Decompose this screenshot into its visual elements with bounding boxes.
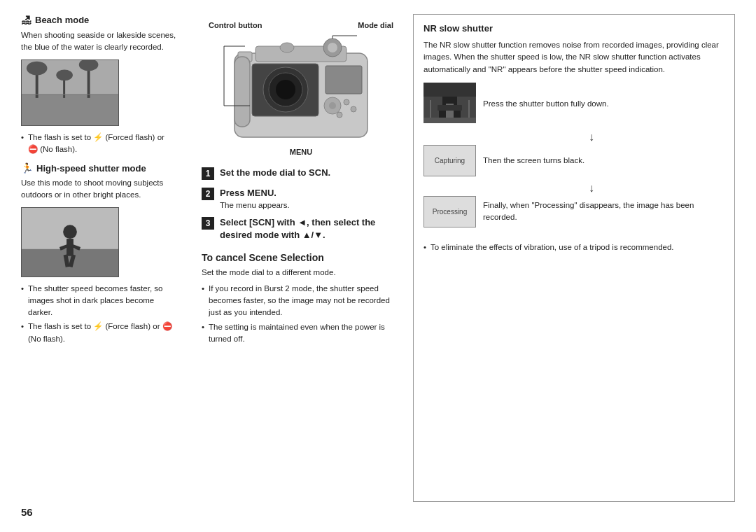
svg-point-12 xyxy=(63,225,77,239)
nr-screen-box-1: Capturing xyxy=(424,145,476,176)
label-mode-dial: Mode dial xyxy=(358,21,393,29)
step-2: 2 Press MENU. The menu appears. xyxy=(202,187,400,209)
right-column: NR slow shutter The NR slow shutter func… xyxy=(413,14,735,502)
action-image xyxy=(21,207,119,277)
page: 🏖 Beach mode When shooting seaside or la… xyxy=(0,0,756,532)
label-control-button: Control button xyxy=(209,21,262,29)
step-1-num: 1 xyxy=(202,167,214,180)
step-2-num: 2 xyxy=(202,188,214,200)
svg-point-27 xyxy=(344,99,349,105)
svg-rect-1 xyxy=(22,94,118,125)
svg-point-23 xyxy=(276,80,295,99)
cancel-title: To cancel Scene Selection xyxy=(202,252,400,263)
left-column: 🏖 Beach mode When shooting seaside or la… xyxy=(21,14,189,502)
nr-title: NR slow shutter xyxy=(424,23,724,34)
svg-point-5 xyxy=(56,69,73,80)
step-2-sub: The menu appears. xyxy=(220,201,290,209)
nr-step3-label: Finally, when "Processing" disappears, t… xyxy=(483,200,724,224)
nr-footer-notes: To eliminate the effects of vibration, u… xyxy=(424,241,724,253)
nr-step2-label: Then the screen turns black. xyxy=(483,155,584,167)
page-number: 56 xyxy=(21,502,735,518)
svg-point-31 xyxy=(328,43,337,52)
svg-rect-45 xyxy=(438,105,462,111)
svg-rect-34 xyxy=(234,57,250,127)
steps-section: 1 Set the mode dial to SCN. 2 Press MENU… xyxy=(202,167,400,242)
cancel-bullet1: If you record in Burst 2 mode, the shutt… xyxy=(202,283,400,319)
step-1-text: Set the mode dial to SCN. xyxy=(220,167,330,179)
beach-mode-section: 🏖 Beach mode xyxy=(21,14,176,26)
arrow-down-2: ↓ xyxy=(589,182,594,195)
cancel-desc: Set the mode dial to a different mode. xyxy=(202,267,400,279)
nr-step1-label: Press the shutter button fully down. xyxy=(483,98,609,110)
highspeed-icon: 🏃 xyxy=(21,162,33,174)
nr-screen-box-2: Processing xyxy=(424,196,476,227)
beach-mode-desc: When shooting seaside or lakeside scenes… xyxy=(21,29,176,54)
high-speed-note2: The flash is set to ⚡ (Force flash) or ⛔… xyxy=(21,321,176,345)
camera-diagram: Control button Mode dial xyxy=(202,21,400,156)
high-speed-desc: Use this mode to shoot moving subjects o… xyxy=(21,177,176,202)
nr-capturing-text: Capturing xyxy=(435,157,465,164)
nr-processing-text: Processing xyxy=(433,208,467,216)
beach-mode-title: Beach mode xyxy=(35,15,89,25)
beach-notes: The flash is set to ⚡ (Forced flash) or … xyxy=(21,132,176,156)
nr-row-1: Press the shutter button fully down. xyxy=(424,83,724,125)
svg-point-29 xyxy=(337,112,342,118)
step-1: 1 Set the mode dial to SCN. xyxy=(202,167,400,180)
high-speed-note1: The shutter speed becomes faster, so ima… xyxy=(21,283,176,319)
camera-svg xyxy=(217,32,385,144)
nr-photo-1 xyxy=(424,83,476,125)
step-3: 3 Select [SCN] with ◄, then select the d… xyxy=(202,216,400,241)
nr-footer-note: To eliminate the effects of vibration, u… xyxy=(424,241,724,253)
cancel-bullet2: The setting is maintained even when the … xyxy=(202,321,400,346)
svg-rect-46 xyxy=(424,83,476,97)
beach-image xyxy=(21,59,119,126)
content-area: 🏖 Beach mode When shooting seaside or la… xyxy=(21,14,735,502)
svg-point-28 xyxy=(351,106,356,112)
svg-point-32 xyxy=(280,43,294,52)
nr-row-2: Capturing Then the screen turns black. xyxy=(424,145,724,176)
svg-point-26 xyxy=(329,102,336,109)
high-speed-notes: The shutter speed becomes faster, so ima… xyxy=(21,283,176,345)
mid-column: Control button Mode dial xyxy=(189,14,413,502)
label-menu: MENU xyxy=(290,148,312,156)
high-speed-title: High-speed shutter mode xyxy=(36,163,146,174)
cancel-section: To cancel Scene Selection Set the mode d… xyxy=(202,252,400,346)
arrow-down-1: ↓ xyxy=(589,131,594,144)
svg-rect-47 xyxy=(424,118,476,123)
nr-row-3: Processing Finally, when "Processing" di… xyxy=(424,196,724,227)
nr-steps: Press the shutter button fully down. ↓ C… xyxy=(424,83,724,232)
high-speed-section: 🏃 High-speed shutter mode xyxy=(21,162,176,174)
beach-note: The flash is set to ⚡ (Forced flash) or … xyxy=(21,132,176,156)
step-2-text: Press MENU. xyxy=(220,187,290,200)
svg-point-3 xyxy=(27,61,48,75)
step-3-num: 3 xyxy=(202,217,214,230)
beach-icon: 🏖 xyxy=(21,14,31,26)
cancel-bullets: If you record in Burst 2 mode, the shutt… xyxy=(202,283,400,345)
step-3-text: Select [SCN] with ◄, then select the des… xyxy=(220,216,400,241)
nr-desc: The NR slow shutter function removes noi… xyxy=(424,39,724,76)
svg-rect-24 xyxy=(326,66,362,94)
